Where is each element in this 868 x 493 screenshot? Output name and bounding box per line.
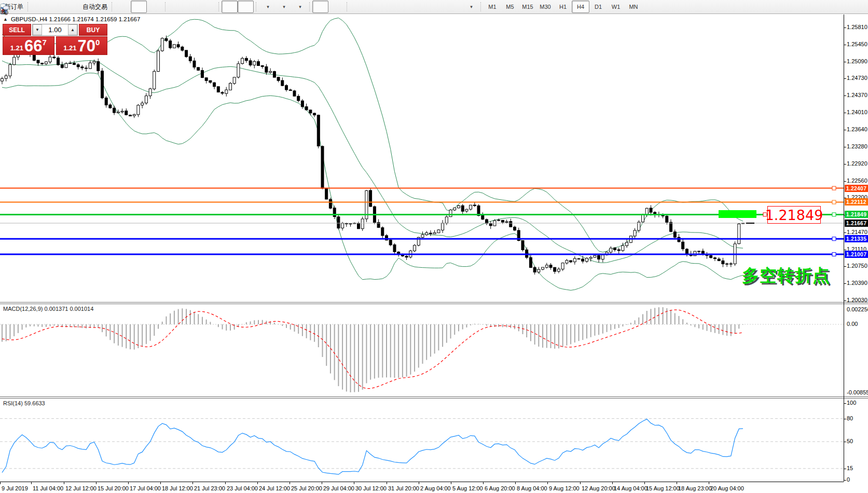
collapse-icon[interactable]: ▲ — [3, 17, 8, 22]
time-axis-label: 12 Aug 20:00 — [582, 485, 615, 491]
price-axis-tick — [844, 95, 846, 96]
auto-scroll-button[interactable] — [222, 1, 238, 13]
sell-price-sup: 7 — [42, 38, 46, 47]
hline-handle[interactable] — [832, 186, 836, 190]
macd-splitter[interactable] — [0, 302, 868, 304]
hline-handle[interactable] — [832, 253, 836, 256]
buy-price[interactable]: 1.21700 — [56, 36, 108, 55]
time-axis-tick — [644, 482, 645, 484]
macd-label: MACD(12,26,9) 0.001371 0.001014 — [3, 306, 93, 312]
sell-price-base: 1.21 — [10, 44, 23, 52]
signals-button[interactable] — [63, 1, 79, 13]
bar-chart-button[interactable] — [115, 1, 131, 13]
search-icon[interactable] — [829, 1, 845, 13]
buy-price-sup: 0 — [95, 38, 100, 47]
price-badge-1.21849: 1.21849 — [845, 211, 868, 218]
price-axis-tick — [844, 28, 846, 28]
tile-windows-button[interactable] — [200, 1, 216, 13]
templates-button[interactable]: ▾ — [291, 1, 307, 13]
rsi-splitter[interactable] — [0, 396, 868, 399]
charts-profile-button[interactable] — [31, 1, 47, 13]
one-click-trading-panel: SELL ▼ 1.00 ▲ BUY 1.21667 1.21700 — [3, 24, 107, 55]
indicators-button[interactable]: ▾ — [259, 1, 275, 13]
hline-handle[interactable] — [832, 237, 836, 241]
timeframe-h4-button[interactable]: H4 — [572, 1, 589, 13]
time-axis-tick — [31, 482, 32, 484]
timeframe-m15-button[interactable]: M15 — [519, 1, 536, 13]
macd-panel[interactable] — [0, 304, 844, 396]
buy-price-big: 70 — [77, 39, 95, 53]
time-axis-tick — [515, 482, 516, 484]
symbol-ohlc-label: GBPUSD-,H4 1.21666 1.21674 1.21659 1.216… — [11, 16, 140, 22]
time-axis-label: 15 Jul 20:00 — [98, 485, 129, 491]
timeframe-m1-button[interactable]: M1 — [484, 1, 501, 13]
price-axis-tick — [844, 45, 846, 45]
turning-point-text[interactable]: 多空转折点 — [742, 264, 830, 287]
timeframe-m30-button[interactable]: M30 — [536, 1, 554, 13]
buy-button[interactable]: BUY — [79, 24, 107, 36]
fibonacci-button[interactable]: F — [414, 1, 430, 13]
price-callout[interactable]: 1.21849 — [767, 206, 821, 224]
line-chart-button[interactable] — [147, 1, 163, 13]
text-button[interactable]: A — [430, 1, 446, 13]
price-axis-tick — [844, 113, 846, 113]
timeframe-m5-button[interactable]: M5 — [501, 1, 519, 13]
price-axis-tick — [844, 62, 846, 62]
timeframe-d1-button[interactable]: D1 — [589, 1, 607, 13]
time-axis-label: 30 Jul 12:00 — [355, 485, 387, 491]
price-axis-label: 1.24010 — [847, 109, 867, 115]
volume-increase-button[interactable]: ▲ — [68, 24, 77, 35]
timeframe-h1-button[interactable]: H1 — [554, 1, 572, 13]
time-axis-label: 18 Aug 23:00 — [678, 485, 712, 491]
rsi-label: RSI(14) 59.6633 — [3, 400, 45, 406]
rsi-panel[interactable] — [0, 399, 844, 482]
crosshair-button[interactable] — [328, 1, 345, 13]
toolbar-separator — [256, 2, 257, 11]
rsi-axis-label: 50 — [847, 438, 853, 444]
volume-stepper[interactable]: ▼ 1.00 ▲ — [32, 24, 78, 36]
time-axis-label: 24 Jul 12:00 — [259, 485, 290, 491]
highlight-rectangle[interactable] — [719, 210, 756, 218]
arrows-button[interactable]: ▾ — [462, 1, 478, 13]
time-axis[interactable]: 9 Jul 201911 Jul 04:0012 Jul 12:0015 Jul… — [0, 482, 844, 493]
hline-handle[interactable] — [832, 213, 836, 216]
timeframe-w1-button[interactable]: W1 — [607, 1, 625, 13]
price-badge-1.22407: 1.22407 — [845, 185, 868, 192]
volume-value[interactable]: 1.00 — [42, 24, 68, 35]
time-axis-label: 9 Aug 12:00 — [549, 485, 580, 491]
hline-button[interactable] — [366, 1, 382, 13]
label-button[interactable]: T — [446, 1, 462, 13]
price-axis[interactable]: 1.258101.254501.250901.247301.243701.240… — [844, 0, 868, 493]
price-badge-1.21667: 1.21667 — [845, 220, 868, 227]
chart-shift-button[interactable] — [238, 1, 254, 13]
sell-button[interactable]: SELL — [3, 24, 31, 36]
channel-button[interactable]: E — [398, 1, 414, 13]
zoom-in-button[interactable] — [168, 1, 184, 13]
volume-decrease-button[interactable]: ▼ — [33, 24, 42, 35]
chevron-down-icon: ▾ — [267, 4, 269, 9]
sell-price[interactable]: 1.21667 — [3, 36, 54, 55]
time-axis-label: 9 Jul 2019 — [2, 485, 28, 491]
autotrading-button-label: 自动交易 — [82, 3, 107, 11]
main-chart[interactable] — [0, 15, 844, 302]
candle-chart-button[interactable] — [131, 1, 147, 13]
price-axis-tick — [844, 250, 846, 250]
market-watch-button[interactable] — [47, 1, 63, 13]
zoom-out-button[interactable] — [184, 1, 200, 13]
autotrading-button[interactable]: 自动交易 — [79, 1, 109, 13]
hline-handle[interactable] — [832, 200, 836, 204]
price-badge-1.22112: 1.22112 — [845, 198, 868, 206]
price-axis-label: 1.22920 — [847, 160, 867, 167]
vline-button[interactable] — [350, 1, 366, 13]
time-axis-tick — [128, 482, 129, 484]
cursor-button[interactable] — [312, 1, 328, 13]
buy-price-base: 1.21 — [63, 44, 76, 52]
price-axis-tick — [844, 266, 846, 267]
time-axis-label: 5 Aug 12:00 — [452, 485, 483, 491]
time-axis-tick — [192, 482, 193, 484]
price-axis-label: 1.23280 — [847, 143, 867, 149]
timeframe-mn-button[interactable]: MN — [625, 1, 642, 13]
time-axis-tick — [290, 482, 290, 484]
periods-button[interactable]: ▾ — [275, 1, 291, 13]
trendline-button[interactable] — [382, 1, 398, 13]
